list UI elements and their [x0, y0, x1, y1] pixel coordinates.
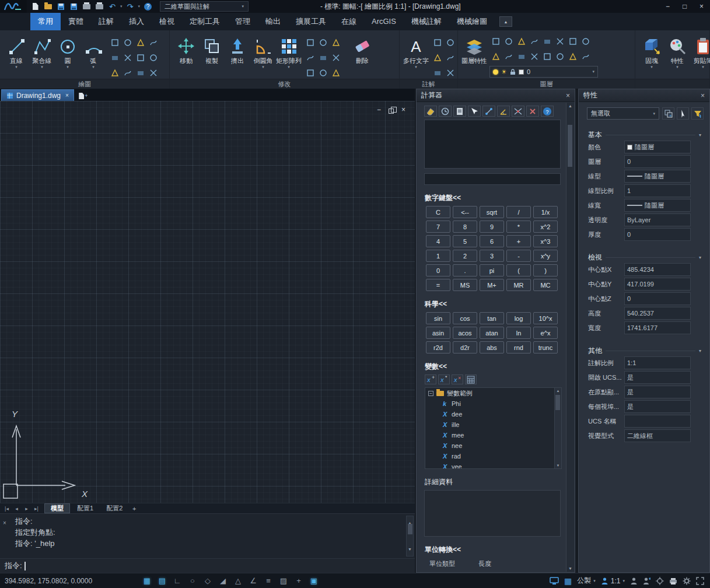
numpad-button-4[interactable]: 4	[426, 235, 450, 247]
save-button[interactable]	[55, 1, 67, 12]
command-scrollbar[interactable]: ▲ ▼	[406, 516, 414, 556]
ribbon-button-block[interactable]: 固塊▾	[639, 33, 664, 69]
numpad-button-5[interactable]: 5	[453, 235, 477, 247]
numpad-button-x^2[interactable]: x^2	[533, 220, 558, 233]
last-layout-button[interactable]: ▸|	[32, 506, 41, 512]
calculator-header[interactable]: 計算器 ×	[417, 89, 575, 102]
numpad-button-=[interactable]: =	[426, 279, 450, 291]
properties-header[interactable]: 特性 ×	[579, 89, 709, 102]
divide-icon[interactable]	[121, 66, 134, 80]
grid-display-icon[interactable]: ▦	[564, 576, 572, 586]
calculator-history-display[interactable]	[424, 120, 561, 169]
angle-of-line-icon[interactable]	[497, 106, 510, 117]
units-type-row[interactable]: 單位類型 長度	[429, 559, 565, 568]
first-layout-button[interactable]: |◂	[2, 506, 11, 512]
calculator-icon[interactable]	[465, 374, 477, 384]
numpad-button-C[interactable]: C	[426, 206, 450, 218]
scientific-button-ln[interactable]: ln	[506, 327, 531, 339]
object-snap-toggle[interactable]: ◢	[216, 575, 230, 587]
undo-caret-icon[interactable]: ▾	[120, 4, 123, 9]
section-header-其他[interactable]: 其他▾	[588, 345, 701, 356]
workspace-switcher[interactable]: 二維草圖與註解 ▾	[160, 1, 249, 12]
property-value[interactable]: 540.2537	[624, 307, 691, 320]
ribbon-tab-擴展工具[interactable]: 擴展工具	[288, 13, 334, 30]
dropdown-caret-icon[interactable]: ▾	[15, 65, 18, 69]
add-layout-button[interactable]: +	[130, 505, 139, 512]
scientific-button-e^x[interactable]: e^x	[533, 327, 558, 339]
get-coordinates-icon[interactable]	[468, 106, 481, 117]
maximize-button[interactable]: □	[676, 0, 693, 13]
scientific-section-label[interactable]: 科學<<	[425, 299, 575, 309]
ribbon-collapse-button[interactable]: ▲	[499, 16, 512, 27]
hatch-icon[interactable]	[109, 51, 121, 65]
property-value[interactable]: 隨圖層	[624, 170, 691, 183]
ribbon-tab-ArcGIS[interactable]: ArcGIS	[364, 13, 404, 30]
offset-icon[interactable]	[330, 36, 342, 50]
toggle-pickadd-button[interactable]: +	[662, 107, 674, 120]
units-section-label[interactable]: 單位轉換<<	[425, 545, 575, 555]
ribbon-button-circle[interactable]: 圓▾	[55, 33, 81, 69]
layer-lock-icon[interactable]	[528, 34, 541, 48]
ribbon-button-layerprops[interactable]: 圖層特性	[461, 33, 487, 65]
scientific-button-atan[interactable]: atan	[480, 327, 504, 339]
property-value[interactable]: 隨圖層	[624, 141, 691, 153]
document-tab[interactable]: Drawing1.dwg ×	[1, 89, 74, 101]
dropdown-caret-icon[interactable]: ▾	[288, 65, 290, 69]
vp-freeze-icon[interactable]	[541, 50, 554, 64]
ribbon-button-clipboard[interactable]: 剪貼簿▾	[690, 33, 710, 69]
ribbon-button-move[interactable]: 移動	[173, 33, 199, 69]
next-layout-button[interactable]: ▸	[22, 506, 31, 512]
numpad-button-<--[interactable]: <--	[453, 206, 477, 218]
numpad-button-sqrt[interactable]: sqrt	[480, 206, 504, 218]
variable-dee[interactable]: Xdee	[425, 409, 561, 419]
leader-icon[interactable]	[444, 36, 457, 50]
calculator-input-field[interactable]	[424, 173, 561, 185]
ribbon-button-mtext[interactable]: A多行文字▾	[403, 33, 429, 69]
numpad-section-label[interactable]: 數字鍵盤<<	[425, 193, 575, 203]
layer-unlock-icon[interactable]	[579, 34, 592, 48]
turn-all-layers-on-icon[interactable]	[541, 34, 554, 48]
ribbon-button-polyline[interactable]: 聚合線▾	[29, 33, 55, 69]
calculator-scrollbar[interactable]: ▲ ▼	[566, 103, 574, 572]
dropdown-caret-icon[interactable]: ▾	[67, 65, 69, 69]
gear-icon[interactable]	[683, 577, 691, 585]
clear-history-icon[interactable]	[439, 106, 452, 117]
help-icon[interactable]: ?	[541, 106, 554, 117]
variable-ille[interactable]: Xille	[425, 419, 561, 430]
plot-button[interactable]	[81, 1, 93, 12]
wipeout-icon[interactable]	[147, 66, 160, 80]
scientific-button-asin[interactable]: asin	[426, 327, 450, 339]
ribbon-button-copy[interactable]: 複製	[199, 33, 225, 69]
numpad-button-2[interactable]: 2	[453, 250, 477, 262]
section-header-基本[interactable]: 基本▾	[588, 130, 701, 140]
selection-dropdown[interactable]: 無選取 ▾	[587, 107, 659, 120]
delete-variable-icon[interactable]: x×	[452, 374, 463, 384]
numpad-button-1/x[interactable]: 1/x	[533, 206, 558, 218]
collapse-icon[interactable]: −	[428, 391, 433, 396]
previous-layout-button[interactable]: ◂	[12, 506, 21, 512]
ribbon-tab-註解[interactable]: 註解	[91, 13, 121, 30]
variable-mee[interactable]: Xmee	[425, 430, 561, 440]
crosshair-icon[interactable]	[656, 577, 664, 585]
ribbon-tab-輸出[interactable]: 輸出	[258, 13, 288, 30]
layer-merge-icon[interactable]	[554, 50, 566, 64]
ribbon-tab-實體[interactable]: 實體	[61, 13, 91, 30]
point-icon[interactable]	[109, 66, 121, 80]
numpad-button-pi[interactable]: pi	[480, 264, 504, 276]
ribbon-tab-常用[interactable]: 常用	[30, 13, 61, 30]
doc-close-button[interactable]: ×	[401, 106, 405, 114]
update-field-icon[interactable]	[444, 66, 457, 80]
layout-tab-配置2[interactable]: 配置2	[100, 503, 128, 513]
layer-off-icon[interactable]	[489, 34, 502, 48]
doc-minimize-button[interactable]: −	[377, 106, 381, 114]
property-value[interactable]	[624, 415, 691, 428]
tree-root-folder[interactable]: −變數範例	[425, 388, 561, 398]
ribbon-button-erase[interactable]: 刪除	[349, 33, 375, 65]
chevron-down-icon[interactable]: ▾	[592, 69, 594, 74]
dropdown-caret-icon[interactable]: ▾	[702, 65, 704, 69]
numpad-button-MR[interactable]: MR	[506, 279, 531, 291]
numpad-button-1[interactable]: 1	[426, 250, 450, 262]
grid-toggle[interactable]: ▤	[155, 575, 169, 587]
explode-icon[interactable]	[330, 66, 342, 80]
minimize-button[interactable]: −	[659, 0, 676, 13]
